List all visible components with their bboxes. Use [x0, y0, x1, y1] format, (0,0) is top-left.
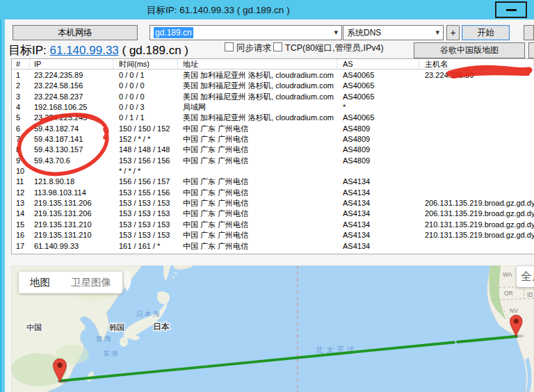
col-header-num[interactable]: # — [12, 59, 30, 69]
minimize-button[interactable] — [495, 1, 527, 18]
hop-ip: 113.98.103.114 — [30, 188, 113, 198]
hop-hostname — [419, 102, 534, 113]
col-header-time[interactable]: 时间(ms) — [113, 59, 178, 69]
hop-time: 0 / 1 / 1 — [113, 113, 178, 123]
col-header-as[interactable]: AS — [337, 59, 419, 69]
table-row[interactable]: 16 219.135.131.210 153 / 153 / 153 中国 广东… — [12, 230, 534, 240]
table-row[interactable]: 17 61.140.99.33 161 / 161 / * 中国 广东 广州电信… — [12, 241, 534, 252]
table-row[interactable]: 9 59.43.70.6 153 / 156 / 156 中国 广东 广州电信 … — [12, 156, 534, 166]
hop-address: 中国 广东 广州电信 — [178, 198, 337, 209]
sync-request-checkbox[interactable] — [225, 42, 234, 51]
hop-address: 中国 广东 广州电信 — [178, 156, 337, 166]
cutoff-toolbar-button[interactable] — [524, 25, 534, 40]
hop-time: 152 / * / * — [113, 134, 178, 145]
target-host-combobox[interactable]: gd.189.cn ▾ — [149, 25, 342, 40]
table-rows: 1 23.224.235.89 0 / 0 / 1 美国 加利福尼亚州 洛杉矶,… — [12, 70, 534, 252]
hop-number: 14 — [12, 209, 30, 219]
chevron-down-icon[interactable]: ▾ — [435, 28, 439, 37]
window-left-border — [0, 19, 5, 392]
add-button[interactable]: + — [446, 25, 460, 40]
hop-address: 美国 加利福尼亚州 洛杉矶, cloudradium.com — [178, 70, 337, 81]
hop-hostname: 23.224.235.89 — [419, 70, 534, 81]
trace-results-table: # IP 时间(ms) 地址 AS 主机名 1 23.224.235.89 0 … — [11, 58, 534, 254]
chevron-down-icon[interactable]: ▾ — [334, 28, 338, 37]
table-row[interactable]: 15 219.135.131.210 153 / 153 / 153 中国 广东… — [12, 220, 534, 230]
hop-hostname: 206.131.135.219.broad.gz.gd.dyna... — [419, 209, 534, 219]
hop-address: 中国 广东 广州电信 — [178, 209, 337, 219]
hop-hostname — [419, 124, 534, 134]
table-row[interactable]: 7 59.43.187.141 152 / * / * 中国 广东 广州电信 A… — [12, 134, 534, 145]
app-window: 目标IP: 61.140.99.33 ( gd.189.cn ) 本机网络 gd… — [0, 0, 534, 392]
cutoff-info-button[interactable] — [528, 42, 534, 58]
table-row[interactable]: 12 113.98.103.114 153 / 155 / 156 中国 广东 … — [12, 188, 534, 198]
hop-number: 7 — [12, 134, 30, 145]
hop-hostname — [419, 145, 534, 155]
hop-ip: * — [30, 166, 113, 177]
hop-number: 13 — [12, 198, 30, 209]
hop-time: 0 / 0 / 1 — [113, 70, 178, 81]
dns-value: 系统DNS — [347, 27, 381, 39]
hop-ip: 61.140.99.33 — [30, 241, 113, 252]
fullscreen-button[interactable]: 全屏 — [517, 266, 534, 287]
satellite-tab[interactable]: 卫星图像 — [71, 276, 111, 289]
minimize-icon — [506, 9, 517, 11]
table-row[interactable]: 3 23.224.58.237 0 / 0 / 0 美国 加利福尼亚州 洛杉矶,… — [12, 92, 534, 102]
hop-time: 0 / 0 / 3 — [113, 102, 178, 113]
table-row[interactable]: 8 59.43.130.157 148 / 148 / 148 中国 广东 广州… — [12, 145, 534, 155]
table-row[interactable]: 6 59.43.182.74 150 / 150 / 152 中国 广东 广州电… — [12, 124, 534, 134]
hop-address: 中国 广东 广州电信 — [178, 241, 337, 252]
hop-number: 11 — [12, 177, 30, 187]
local-network-button[interactable]: 本机网络 — [13, 25, 138, 40]
col-header-ip[interactable]: IP — [30, 59, 113, 69]
label-id: ID — [527, 291, 533, 298]
target-host-value[interactable]: gd.189.cn — [154, 27, 193, 38]
hop-address: 中国 广东 广州电信 — [178, 220, 337, 230]
label-east-china-sea: 东海 — [103, 350, 120, 357]
hop-number: 9 — [12, 156, 30, 166]
map-tab[interactable]: 地图 — [30, 276, 50, 289]
google-china-map-button[interactable]: 谷歌中国版地图 — [414, 42, 525, 58]
table-row[interactable]: 14 219.135.131.206 153 / 153 / 153 中国 广东… — [12, 209, 534, 219]
dns-combobox[interactable]: 系统DNS ▾ — [343, 25, 444, 40]
hop-address: 局域网 — [178, 102, 337, 113]
titlebar[interactable]: 目标IP: 61.140.99.33 ( gd.189.cn ) — [0, 0, 534, 19]
hop-as: AS40065 — [337, 113, 419, 123]
hop-ip: 59.43.187.141 — [30, 134, 113, 145]
hop-time: 0 / 0 / 0 — [113, 81, 178, 91]
hop-ip: 219.135.131.210 — [30, 230, 113, 240]
start-button[interactable]: 开始 — [462, 25, 510, 40]
tcp-checkbox[interactable] — [273, 42, 282, 51]
hop-number: 5 — [12, 113, 30, 123]
table-row[interactable]: 2 23.224.58.156 0 / 0 / 0 美国 加利福尼亚州 洛杉矶,… — [12, 81, 534, 91]
hop-as: * — [337, 102, 419, 113]
hop-as: AS40065 — [337, 81, 419, 91]
map-island — [172, 276, 174, 278]
target-ip-link[interactable]: 61.140.99.33 — [50, 44, 119, 57]
hop-address: 美国 加利福尼亚州 洛杉矶, cloudradium.com — [178, 92, 337, 102]
table-row[interactable]: 1 23.224.235.89 0 / 0 / 1 美国 加利福尼亚州 洛杉矶,… — [12, 70, 534, 81]
col-header-host[interactable]: 主机名 — [419, 59, 534, 69]
hop-hostname: 210.131.135.219.broad.gz.gd.dyna... — [419, 230, 534, 240]
hop-address: 美国 加利福尼亚州 洛杉矶, cloudradium.com — [178, 81, 337, 91]
map-land-shikoku — [130, 336, 140, 341]
label-japan: 日本 — [153, 322, 170, 332]
hop-number: 10 — [12, 166, 30, 177]
hop-ip: 219.135.131.206 — [30, 198, 113, 209]
hop-number: 12 — [12, 188, 30, 198]
hop-address: 中国 广东 广州电信 — [178, 230, 337, 240]
table-row[interactable]: 5 23.224.225.245 0 / 1 / 1 美国 加利福尼亚州 洛杉矶… — [12, 113, 534, 123]
col-header-addr[interactable]: 地址 — [178, 59, 337, 69]
map-land-kyushu — [120, 337, 128, 347]
table-row[interactable]: 10 * * / * / * — [12, 166, 534, 177]
pin-usa-dot — [514, 319, 519, 324]
table-row[interactable]: 11 121.8.90.18 156 / 156 / 157 中国 广东 广州电… — [12, 177, 534, 187]
table-row[interactable]: 4 192.168.106.25 0 / 0 / 3 局域网 * — [12, 102, 534, 113]
hop-as: AS4809 — [337, 156, 419, 166]
table-header[interactable]: # IP 时间(ms) 地址 AS 主机名 — [12, 59, 534, 70]
hop-hostname — [419, 166, 534, 177]
hop-as: AS4134 — [337, 209, 419, 219]
hop-hostname — [419, 188, 534, 198]
table-row[interactable]: 13 219.135.131.206 153 / 153 / 153 中国 广东… — [12, 198, 534, 209]
hop-as: AS4134 — [337, 220, 419, 230]
hop-time: 161 / 161 / * — [113, 241, 178, 252]
